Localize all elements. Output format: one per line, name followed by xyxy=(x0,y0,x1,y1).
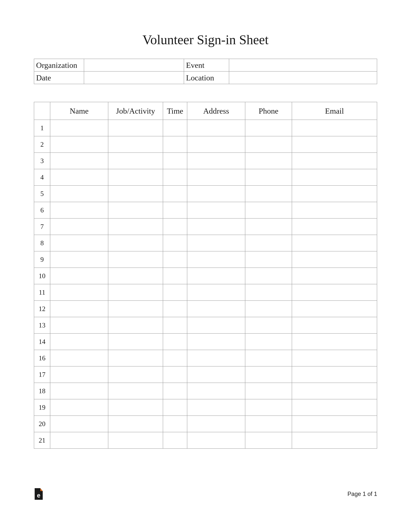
date-value[interactable] xyxy=(84,71,184,84)
cell-email[interactable] xyxy=(292,383,377,399)
cell-address[interactable] xyxy=(187,186,245,202)
cell-address[interactable] xyxy=(187,383,245,399)
cell-time[interactable] xyxy=(163,284,187,301)
cell-time[interactable] xyxy=(163,186,187,202)
cell-email[interactable] xyxy=(292,333,377,350)
cell-phone[interactable] xyxy=(245,169,292,186)
cell-time[interactable] xyxy=(163,317,187,333)
cell-email[interactable] xyxy=(292,202,377,218)
cell-phone[interactable] xyxy=(245,317,292,333)
cell-email[interactable] xyxy=(292,169,377,186)
cell-name[interactable] xyxy=(50,301,108,317)
organization-value[interactable] xyxy=(84,59,184,71)
cell-phone[interactable] xyxy=(245,333,292,350)
cell-phone[interactable] xyxy=(245,202,292,218)
cell-job[interactable] xyxy=(108,350,163,366)
cell-address[interactable] xyxy=(187,218,245,235)
cell-email[interactable] xyxy=(292,235,377,251)
cell-name[interactable] xyxy=(50,120,108,136)
cell-name[interactable] xyxy=(50,432,108,448)
cell-time[interactable] xyxy=(163,333,187,350)
cell-phone[interactable] xyxy=(245,268,292,284)
cell-phone[interactable] xyxy=(245,350,292,366)
cell-name[interactable] xyxy=(50,284,108,301)
cell-address[interactable] xyxy=(187,169,245,186)
cell-time[interactable] xyxy=(163,169,187,186)
cell-address[interactable] xyxy=(187,120,245,136)
cell-time[interactable] xyxy=(163,399,187,416)
cell-job[interactable] xyxy=(108,169,163,186)
cell-email[interactable] xyxy=(292,432,377,448)
cell-job[interactable] xyxy=(108,399,163,416)
cell-name[interactable] xyxy=(50,136,108,153)
cell-name[interactable] xyxy=(50,251,108,268)
cell-phone[interactable] xyxy=(245,284,292,301)
cell-phone[interactable] xyxy=(245,186,292,202)
cell-name[interactable] xyxy=(50,235,108,251)
cell-job[interactable] xyxy=(108,235,163,251)
cell-phone[interactable] xyxy=(245,301,292,317)
cell-address[interactable] xyxy=(187,235,245,251)
cell-email[interactable] xyxy=(292,317,377,333)
cell-name[interactable] xyxy=(50,202,108,218)
location-value[interactable] xyxy=(229,71,377,84)
cell-email[interactable] xyxy=(292,153,377,169)
cell-email[interactable] xyxy=(292,251,377,268)
cell-address[interactable] xyxy=(187,284,245,301)
cell-address[interactable] xyxy=(187,350,245,366)
cell-email[interactable] xyxy=(292,284,377,301)
cell-job[interactable] xyxy=(108,153,163,169)
cell-time[interactable] xyxy=(163,366,187,383)
cell-name[interactable] xyxy=(50,169,108,186)
cell-time[interactable] xyxy=(163,120,187,136)
cell-name[interactable] xyxy=(50,317,108,333)
cell-job[interactable] xyxy=(108,251,163,268)
cell-name[interactable] xyxy=(50,350,108,366)
cell-name[interactable] xyxy=(50,218,108,235)
cell-time[interactable] xyxy=(163,432,187,448)
cell-time[interactable] xyxy=(163,136,187,153)
cell-phone[interactable] xyxy=(245,416,292,432)
cell-time[interactable] xyxy=(163,350,187,366)
cell-time[interactable] xyxy=(163,301,187,317)
cell-address[interactable] xyxy=(187,153,245,169)
cell-job[interactable] xyxy=(108,317,163,333)
cell-phone[interactable] xyxy=(245,136,292,153)
cell-address[interactable] xyxy=(187,268,245,284)
cell-email[interactable] xyxy=(292,268,377,284)
cell-address[interactable] xyxy=(187,317,245,333)
cell-email[interactable] xyxy=(292,301,377,317)
cell-time[interactable] xyxy=(163,202,187,218)
cell-time[interactable] xyxy=(163,251,187,268)
cell-address[interactable] xyxy=(187,399,245,416)
cell-name[interactable] xyxy=(50,268,108,284)
cell-phone[interactable] xyxy=(245,399,292,416)
cell-phone[interactable] xyxy=(245,383,292,399)
cell-name[interactable] xyxy=(50,333,108,350)
cell-job[interactable] xyxy=(108,136,163,153)
cell-job[interactable] xyxy=(108,432,163,448)
cell-time[interactable] xyxy=(163,218,187,235)
cell-job[interactable] xyxy=(108,366,163,383)
cell-phone[interactable] xyxy=(245,366,292,383)
cell-email[interactable] xyxy=(292,399,377,416)
cell-address[interactable] xyxy=(187,251,245,268)
cell-phone[interactable] xyxy=(245,153,292,169)
cell-time[interactable] xyxy=(163,416,187,432)
cell-time[interactable] xyxy=(163,383,187,399)
cell-name[interactable] xyxy=(50,153,108,169)
cell-email[interactable] xyxy=(292,120,377,136)
cell-name[interactable] xyxy=(50,399,108,416)
cell-address[interactable] xyxy=(187,416,245,432)
cell-email[interactable] xyxy=(292,350,377,366)
cell-email[interactable] xyxy=(292,186,377,202)
cell-address[interactable] xyxy=(187,333,245,350)
cell-time[interactable] xyxy=(163,268,187,284)
cell-time[interactable] xyxy=(163,153,187,169)
event-value[interactable] xyxy=(229,59,377,71)
cell-job[interactable] xyxy=(108,333,163,350)
cell-job[interactable] xyxy=(108,120,163,136)
cell-phone[interactable] xyxy=(245,432,292,448)
cell-job[interactable] xyxy=(108,186,163,202)
cell-address[interactable] xyxy=(187,301,245,317)
